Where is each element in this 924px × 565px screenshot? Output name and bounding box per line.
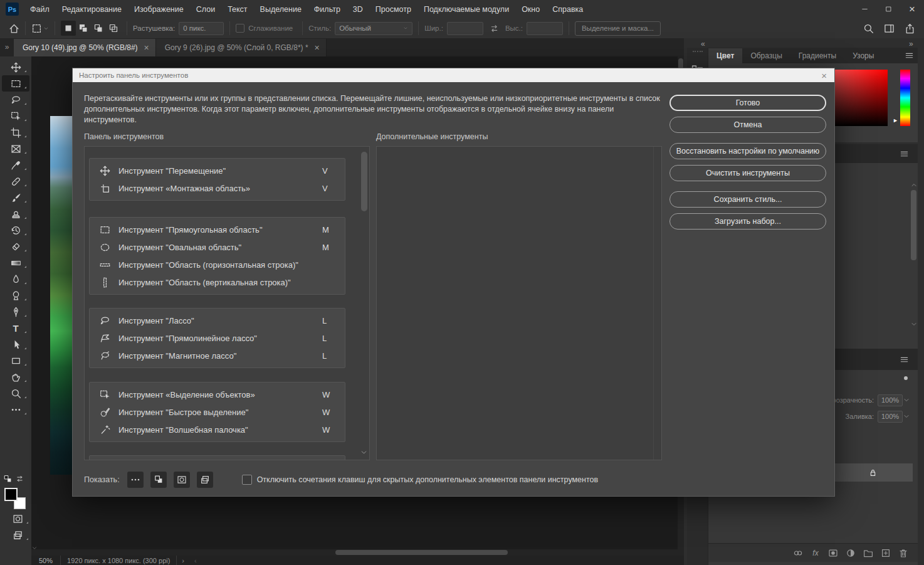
close-icon[interactable]: × (821, 70, 827, 81)
trash-icon[interactable] (898, 548, 908, 558)
tool-object-select-icon[interactable] (2, 108, 29, 124)
tool-blur-icon[interactable] (2, 271, 29, 287)
show-option-show-colors-icon[interactable] (150, 472, 167, 488)
link-icon[interactable] (793, 548, 803, 558)
menu-item-Редактирование[interactable]: Редактирование (56, 5, 128, 14)
panel-tab-Узоры[interactable]: Узоры (844, 48, 882, 63)
menu-item-Просмотр[interactable]: Просмотр (369, 5, 417, 14)
menu-item-Подключаемые модули[interactable]: Подключаемые модули (417, 5, 515, 14)
opacity-value[interactable]: 100% (878, 394, 903, 406)
tool-path-select-icon[interactable] (2, 336, 29, 352)
tool-ellipsis-icon[interactable] (2, 401, 29, 418)
tool-heal-icon[interactable] (2, 173, 29, 189)
tool-gradient-icon[interactable] (2, 255, 29, 271)
drag-grip[interactable] (693, 51, 703, 54)
close-icon[interactable]: × (144, 43, 149, 53)
plus-square-icon[interactable] (881, 548, 891, 558)
disable-shortcuts-checkbox[interactable] (242, 475, 252, 485)
tool-history-brush-icon[interactable] (2, 222, 29, 238)
minimize-button[interactable] (853, 0, 876, 18)
search-icon[interactable] (863, 23, 874, 34)
tool-move-icon[interactable] (2, 59, 29, 75)
tool-frame-icon[interactable] (2, 140, 29, 157)
chevron-down-icon[interactable] (903, 396, 910, 404)
foreground-color-swatch[interactable] (4, 488, 18, 501)
hue-slider-arrow[interactable]: ► (893, 117, 898, 124)
tool-dodge-icon[interactable] (2, 287, 29, 304)
quick-mask-button[interactable] (4, 510, 31, 527)
scrollbar-thumb[interactable] (361, 152, 367, 211)
selection-mode-add[interactable] (76, 21, 91, 36)
adjust-icon[interactable] (846, 548, 856, 558)
tool-row[interactable]: Инструмент «Выделение объектов»W (90, 386, 345, 403)
scroll-up-icon[interactable] (910, 181, 918, 189)
tool-row[interactable]: Инструмент "Перемещение"V (90, 162, 345, 179)
restore-defaults-button[interactable]: Восстановить настройки по умолчанию (669, 143, 826, 159)
screen-mode-button[interactable] (4, 527, 31, 543)
tool-type-icon[interactable]: T (2, 320, 29, 336)
tool-row[interactable]: Инструмент "Волшебная палочка"W (90, 421, 345, 438)
scrollbar-thumb[interactable] (911, 190, 916, 260)
tool-brush-icon[interactable] (2, 189, 29, 206)
document-image[interactable] (50, 116, 73, 475)
menu-item-Текст[interactable]: Текст (221, 5, 253, 14)
scroll-down-icon[interactable] (910, 320, 918, 328)
tool-row[interactable]: Инструмент "Быстрое выделение"W (90, 403, 345, 421)
document-tab[interactable]: Gory 9 (26).jpg @ 50% (Слой 0, RGB/8*) *… (156, 39, 327, 56)
height-input[interactable] (527, 22, 563, 35)
menu-item-Фильтр[interactable]: Фильтр (308, 5, 347, 14)
hue-slider[interactable] (900, 70, 910, 126)
chevron-down-icon[interactable] (903, 413, 910, 420)
tool-crop-icon[interactable] (2, 124, 29, 140)
menu-item-3D[interactable]: 3D (347, 5, 369, 14)
tool-row[interactable]: Инструмент «Монтажная область»V (90, 179, 345, 197)
tool-lasso-icon[interactable] (2, 92, 29, 108)
mask-icon[interactable] (828, 548, 838, 558)
anti-alias-checkbox[interactable] (236, 24, 244, 33)
tool-pen-icon[interactable] (2, 304, 29, 320)
maximize-button[interactable] (876, 0, 900, 18)
scroll-down-icon[interactable] (360, 448, 368, 457)
toolbar-expand-chevron[interactable]: » (0, 43, 14, 56)
tool-zoom-icon[interactable] (2, 385, 29, 401)
document-tab[interactable]: Gory 10 (49).jpg @ 50% (RGB/8#)× (14, 39, 156, 56)
show-option-ellipsis-icon[interactable] (127, 472, 144, 488)
filter-pin-icon[interactable] (901, 374, 910, 383)
horizontal-scrollbar[interactable] (31, 549, 678, 556)
panel-menu-icon[interactable] (900, 355, 909, 364)
swap-dimensions-icon[interactable] (490, 24, 499, 33)
tool-row[interactable]: Инструмент "Лассо"L (90, 312, 345, 329)
panel-tab-Образцы[interactable]: Образцы (742, 48, 790, 63)
swap-colors-icon[interactable] (16, 475, 24, 483)
tool-hand-icon[interactable] (2, 369, 29, 385)
selection-mode-new[interactable] (61, 21, 76, 36)
tool-row[interactable]: Инструмент "Область (горизонтальная стро… (90, 256, 345, 273)
tool-stamp-icon[interactable] (2, 206, 29, 222)
folder-icon[interactable] (863, 548, 873, 558)
feather-input[interactable]: 0 пикс. (179, 22, 224, 35)
selection-mode-subtract[interactable] (91, 21, 106, 36)
tool-row[interactable]: Инструмент "Магнитное лассо"L (90, 347, 345, 364)
menu-item-Окно[interactable]: Окно (515, 5, 546, 14)
width-input[interactable] (447, 22, 483, 35)
fx-icon[interactable]: fx (811, 548, 821, 558)
tool-eyedropper-icon[interactable] (2, 157, 29, 173)
workspace-icon[interactable] (884, 23, 895, 34)
tool-row[interactable]: Инструмент "Овальная область"M (90, 238, 345, 256)
cancel-button[interactable]: Отмена (669, 117, 826, 133)
done-button[interactable]: Готово (669, 95, 826, 111)
clear-tools-button[interactable]: Очистить инструменты (669, 165, 826, 181)
zoom-level[interactable]: 50% (31, 557, 60, 564)
menu-item-Файл[interactable]: Файл (24, 5, 56, 14)
panel-menu-icon[interactable] (905, 51, 914, 60)
select-and-mask-button[interactable]: Выделение и маска... (575, 21, 661, 36)
tool-preset-icon[interactable] (31, 23, 42, 34)
close-button[interactable]: × (900, 0, 924, 18)
panel-menu-icon[interactable] (900, 149, 909, 159)
load-preset-button[interactable]: Загрузить набор... (669, 213, 826, 230)
collapse-panels-right-icon[interactable]: » (909, 40, 913, 48)
tool-row[interactable]: Инструмент "Прямолинейное лассо"L (90, 329, 345, 347)
chevron-down-icon[interactable] (43, 26, 49, 31)
style-select[interactable]: Обычный (335, 22, 412, 35)
menu-item-Справка[interactable]: Справка (546, 5, 589, 14)
